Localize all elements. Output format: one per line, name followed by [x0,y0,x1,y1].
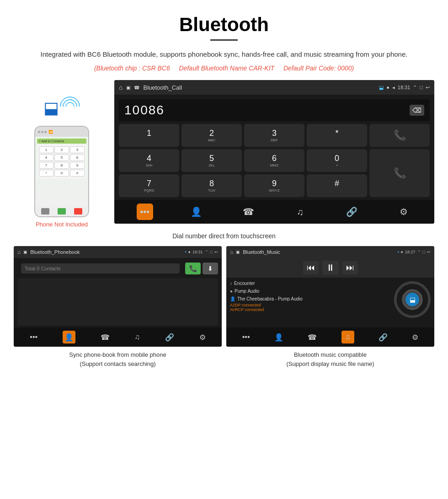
phone-key-9: 9 [70,162,85,169]
dial-key-star[interactable]: * [307,124,367,147]
phone-key-7: 7 [39,162,53,169]
music-next-button[interactable]: ⏭ [342,261,358,274]
phone-image: 📶 + Add to Contacts 1 2 3 4 5 6 7 8 9 * [34,126,89,217]
dial-call-button-1[interactable]: 📞 [369,124,430,147]
phone-key-star: * [39,170,53,177]
dial-key-4[interactable]: 4GHI [119,149,179,172]
music-track-1-row: ♪ Encounter [230,279,390,287]
phone-status-dots [38,131,47,133]
music-status-bar: ⌂ ▣ Bluetooth_Music • ● 18:27 ⌃ □ ↩ [226,246,434,258]
dial-number-display: 10086 [124,103,410,118]
dial-status-icons: ⬓ ● ◂ 18:31 ⌃ □ ↩ [379,85,430,91]
backspace-button[interactable]: ⌫ [410,105,424,116]
dial-number-row: 10086 ⌫ [119,99,430,121]
phonebook-search-box[interactable]: Total 0 Contacts [21,263,180,274]
music-bottom-bar: ••• 👤 ☎ ♫ 🔗 ⚙ [226,327,434,347]
phone-end-btn [74,208,82,215]
dial-call-button-2[interactable]: 📞 [369,149,430,197]
mu-window-icon: □ [423,250,425,254]
page-title: Bluetooth [0,0,448,39]
wifi-icon: ● [386,85,389,90]
vinyl-record: ⬓ [394,281,431,318]
mu-settings-icon[interactable]: ⚙ [412,333,418,342]
pb-expand-icon: ⌃ [205,250,208,254]
phone-key-4: 4 [39,154,53,161]
signal-icon: ◂ [392,85,395,91]
dial-key-8[interactable]: 8TUV [181,174,242,197]
phonebook-screen: ⌂ ▣ Bluetooth_Phonebook • ● 18:31 ⌃ □ ↩ [14,246,222,347]
subtitle-text: Integrated with BC6 Bluetooth module, su… [0,49,448,60]
music-track-3-row: 👤 The Cheebacabra - Pump Audio [230,295,390,303]
music-circle-icon: ● [230,289,233,294]
phonebook-status-bar: ⌂ ▣ Bluetooth_Phonebook • ● 18:31 ⌃ □ ↩ [14,246,222,258]
pb-contacts-icon[interactable]: 👤 [63,331,75,343]
music-screen-inner: ⌂ ▣ Bluetooth_Music • ● 18:27 ⌃ □ ↩ ⏮ [226,246,434,347]
signal-arc-3 [56,92,84,121]
phonebook-screen-inner: ⌂ ▣ Bluetooth_Phonebook • ● 18:31 ⌃ □ ↩ [14,246,222,347]
phone-dot-3 [44,131,47,133]
dial-status-title: Bluetooth_Call [143,84,375,91]
dial-key-hash[interactable]: # [307,174,367,197]
mu-contacts-icon[interactable]: 👤 [274,333,283,342]
phone-key-2: 2 [54,146,69,153]
phone-dot-2 [41,131,43,133]
phone-dot-1 [38,131,40,133]
dial-link-icon[interactable]: 🔗 [344,204,360,220]
mu-link-icon[interactable]: 🔗 [379,333,388,342]
mu-music-active-icon[interactable]: ♫ [341,331,354,343]
middle-section: ⬓ 📶 + Add to Contacts 1 2 [14,80,434,228]
pb-settings-icon[interactable]: ⚙ [199,333,206,342]
pb-music-icon[interactable]: ♫ [134,333,140,341]
dial-keypad-icon[interactable]: ••• [137,204,153,220]
phonebook-placeholder: Total 0 Contacts [25,266,176,271]
dial-contacts-icon[interactable]: 👤 [188,204,205,220]
dial-key-1[interactable]: 1 [119,124,179,147]
mu-grid-icon[interactable]: ••• [242,333,250,341]
music-prev-button[interactable]: ⏮ [303,261,319,274]
dial-key-2[interactable]: 2ABC [181,124,242,147]
music-caption-line1: Bluetooth music compatible [294,351,367,358]
dial-transfer-icon[interactable]: ☎ [240,204,256,220]
title-divider [210,39,238,41]
dial-key-9[interactable]: 9WXYZ [244,174,304,197]
dial-home-icon: ⌂ [119,84,123,91]
phone-key-6: 6 [70,154,85,161]
phonebook-caption-line1: Sync phone-book from mobile phone [69,351,166,358]
phone-key-1: 1 [39,146,53,153]
music-play-button[interactable]: ⏸ [322,261,339,275]
phone-call-btn [58,208,66,215]
mu-bt-icon: • [397,250,399,254]
phonebook-search-row: Total 0 Contacts 📞 ⬇ [17,261,218,276]
dial-music-icon[interactable]: ♫ [292,204,309,220]
mu-sim-icon: ▣ [236,250,240,254]
phone-bottom [35,206,88,216]
spec-name: Default Bluetooth Name CAR-KIT [179,64,275,72]
phone-key-hash: # [70,170,85,177]
dial-key-7[interactable]: 7PQRS [119,174,179,197]
pb-call-icon[interactable]: ☎ [101,333,110,342]
pb-link-icon[interactable]: 🔗 [165,333,174,342]
phone-carrier: 📶 [48,130,53,134]
phonebook-block: ⌂ ▣ Bluetooth_Phonebook • ● 18:31 ⌃ □ ↩ [14,246,222,368]
specs-line: (Bluetooth chip : CSR BC6 Default Blueto… [0,64,448,72]
music-title: Bluetooth_Music [243,249,395,255]
music-person-icon: 👤 [230,296,235,301]
mu-call-icon[interactable]: ☎ [308,333,317,342]
phone-back-btn [41,208,49,215]
vinyl-center-bt: ⬓ [405,293,419,306]
phonebook-download-button[interactable]: ⬇ [203,263,218,274]
dial-key-5[interactable]: 5JKL [181,149,242,172]
bt-signal-graphic: ⬓ [43,94,80,121]
phone-not-included-label: Phone Not Included [36,221,88,228]
phone-key-0: 0 [54,170,69,177]
pb-grid-icon[interactable]: ••• [30,333,37,341]
phonebook-caption-line2: (Support contacts searching) [80,360,155,367]
dial-key-6[interactable]: 6MNO [244,149,304,172]
dial-key-3[interactable]: 3DEF [244,124,304,147]
mu-home-icon: ⌂ [230,249,233,255]
dial-settings-icon[interactable]: ⚙ [395,204,412,220]
back-icon: ↩ [426,85,430,91]
music-track-info: ♪ Encounter ● Pump Audio 👤 The Cheebacab… [230,279,390,318]
phonebook-call-button[interactable]: 📞 [185,263,201,274]
dial-key-0plus[interactable]: 0+ [307,149,367,172]
